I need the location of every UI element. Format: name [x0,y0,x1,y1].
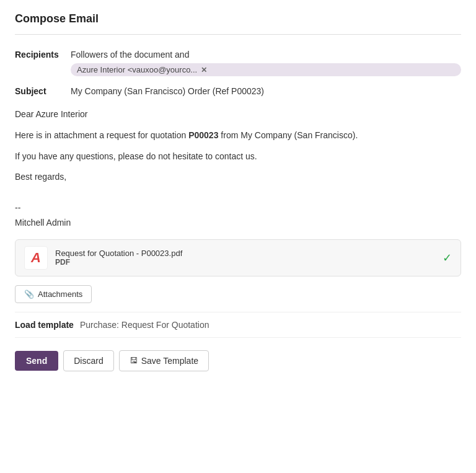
body-line2: If you have any questions, please do not… [15,149,461,164]
body-line1-before: Here is in attachment a request for quot… [15,130,188,140]
attachment-section: A Request for Quotation - P00023.pdf PDF… [15,239,461,276]
save-template-label: Save Template [141,356,198,366]
attachments-button-label: Attachments [38,290,82,299]
attachments-button[interactable]: 📎 Attachments [15,285,92,303]
attachment-check-icon: ✓ [443,251,452,265]
recipients-text: Followers of the document and [71,50,461,60]
signature-separator: -- [15,201,461,216]
subject-label: Subject [15,84,71,96]
template-label: Load template [15,320,74,330]
email-signature: -- Mitchell Admin [15,201,461,231]
recipient-tag-name: Azure Interior <vauxoo@yourco... [77,65,197,74]
template-value[interactable]: Purchase: Request For Quotation [80,320,209,330]
attachment-filetype: PDF [55,258,182,267]
discard-button[interactable]: Discard [63,350,113,371]
recipients-field: Followers of the document and Azure Inte… [71,47,461,76]
recipient-tag[interactable]: Azure Interior <vauxoo@yourco... ✕ [71,63,461,76]
send-button[interactable]: Send [15,351,58,371]
compose-email-container: Compose Email Recipients Followers of th… [0,0,476,384]
page-title: Compose Email [15,12,461,25]
recipients-label: Recipients [15,47,71,60]
subject-value: My Company (San Francisco) Order (Ref P0… [71,84,461,96]
subject-row: Subject My Company (San Francisco) Order… [15,84,461,96]
paperclip-icon: 📎 [24,290,34,299]
attachment-left: A Request for Quotation - P00023.pdf PDF [24,246,182,270]
body-line1: Here is in attachment a request for quot… [15,128,461,143]
pdf-icon: A [24,246,48,270]
recipients-container: Followers of the document and Azure Inte… [71,50,461,76]
body-line1-after: from My Company (San Francisco). [218,130,358,140]
email-body: Dear Azure Interior Here is in attachmen… [15,104,461,201]
greeting: Dear Azure Interior [15,107,461,122]
template-row: Load template Purchase: Request For Quot… [15,312,461,338]
attachment-filename: Request for Quotation - P00023.pdf [55,249,182,258]
save-template-icon: 🖫 [130,356,138,365]
body-line1-bold: P00023 [188,130,218,140]
recipients-row: Recipients Followers of the document and… [15,47,461,76]
attachment-info: Request for Quotation - P00023.pdf PDF [55,249,182,267]
header-divider [15,34,461,35]
signature-name: Mitchell Admin [15,216,461,231]
save-template-button[interactable]: 🖫 Save Template [119,350,209,371]
recipient-tag-close[interactable]: ✕ [201,66,207,74]
footer-buttons: Send Discard 🖫 Save Template [15,348,461,371]
pdf-icon-symbol: A [31,251,41,265]
body-closing: Best regards, [15,170,461,185]
